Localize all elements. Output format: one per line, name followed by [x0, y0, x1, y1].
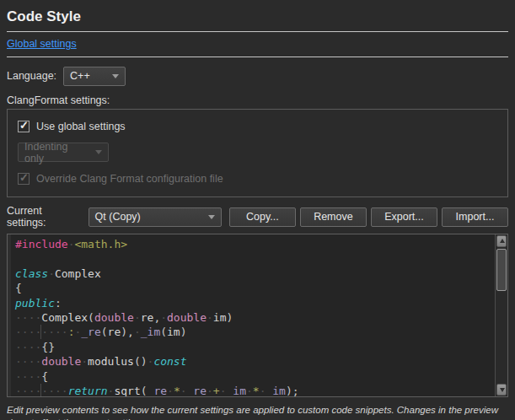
import-button[interactable]: Import...: [442, 207, 508, 227]
page-title: Code Style: [7, 7, 508, 32]
chevron-down-icon: [95, 150, 102, 154]
override-config-checkbox: [18, 173, 30, 185]
scroll-down-icon: [500, 388, 505, 392]
chevron-down-icon: [208, 215, 215, 219]
language-dropdown-value: C++: [70, 70, 90, 82]
global-settings-row: Global settings: [7, 32, 508, 57]
scroll-up-icon: [500, 239, 505, 243]
override-config-row: Override Clang Format configuration file: [18, 173, 497, 185]
use-global-settings-checkbox[interactable]: [18, 121, 30, 132]
language-dropdown[interactable]: C++: [63, 67, 126, 86]
clangformat-section-label: ClangFormat settings:: [7, 94, 508, 106]
remove-button[interactable]: Remove: [300, 207, 367, 227]
current-settings-value: Qt (Copy): [95, 211, 141, 223]
code-style-settings-page: Code Style Global settings Language: C++…: [0, 0, 515, 420]
clangformat-mode-value: Indenting only: [24, 141, 89, 164]
code-preview-editor[interactable]: #include·<math.h> class·Complex{public:·…: [7, 234, 508, 397]
footer-note: Edit preview contents to see how the cur…: [7, 404, 508, 420]
language-label: Language:: [7, 70, 56, 82]
chevron-down-icon: [112, 74, 119, 78]
current-settings-row: Current settings: Qt (Copy) Copy... Remo…: [7, 205, 508, 229]
scroll-up-button[interactable]: [496, 235, 507, 247]
code-lines[interactable]: #include·<math.h> class·Complex{public:·…: [15, 237, 494, 396]
language-row: Language: C++: [7, 66, 508, 86]
current-settings-dropdown[interactable]: Qt (Copy): [89, 207, 222, 227]
export-button[interactable]: Export...: [371, 207, 437, 227]
use-global-settings-label: Use global settings: [36, 121, 126, 132]
global-settings-link[interactable]: Global settings: [7, 38, 77, 50]
current-settings-label: Current settings:: [7, 205, 83, 229]
copy-button[interactable]: Copy...: [229, 207, 296, 227]
override-config-label: Override Clang Format configuration file: [36, 173, 223, 185]
clangformat-mode-dropdown: Indenting only: [18, 143, 109, 162]
use-global-settings-row[interactable]: Use global settings: [18, 121, 497, 132]
editor-left-margin: [8, 234, 11, 396]
scroll-down-button[interactable]: [496, 384, 507, 396]
clangformat-groupbox: Use global settings Indenting only Overr…: [7, 109, 508, 197]
scrollbar-thumb[interactable]: [496, 249, 507, 291]
vertical-scrollbar[interactable]: [495, 234, 507, 396]
